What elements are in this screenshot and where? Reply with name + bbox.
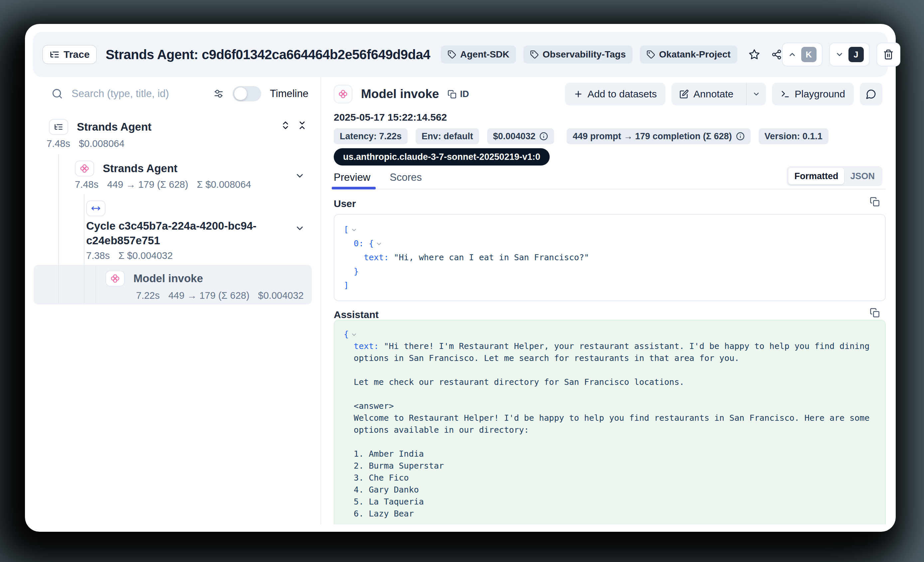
json-bracket: ] bbox=[344, 281, 349, 290]
node-cost: $0.004032 bbox=[258, 290, 304, 301]
node-duration: 7.22s bbox=[136, 290, 160, 301]
tree-node-strands-agent[interactable]: Strands Agent bbox=[75, 159, 177, 178]
terminal-icon bbox=[781, 90, 790, 99]
tree-node-cycle[interactable] bbox=[86, 200, 105, 216]
tag-label: Observability-Tags bbox=[543, 49, 626, 60]
indent-guide bbox=[58, 154, 59, 305]
badges-row: Latency: 7.22s Env: default $0.004032 44… bbox=[334, 128, 828, 144]
info-icon bbox=[539, 132, 548, 140]
delete-trace-button[interactable] bbox=[876, 43, 900, 66]
node-cost: Σ $0.004032 bbox=[118, 250, 173, 261]
node-duration: 7.48s bbox=[75, 179, 99, 190]
observation-detail-panel: Model invoke ID Add to datasets Annotate bbox=[322, 77, 888, 525]
copy-user-content-icon[interactable] bbox=[870, 197, 880, 207]
message-bubble-icon bbox=[866, 89, 876, 99]
chevron-down-icon[interactable] bbox=[295, 171, 305, 181]
share-icon[interactable] bbox=[771, 49, 782, 60]
node-tokens: 449 → 179 (Σ 628) bbox=[168, 290, 249, 301]
json-brace: { bbox=[344, 329, 349, 339]
tree-node-label: Strands Agent bbox=[77, 121, 152, 133]
annotate-dropdown-button[interactable] bbox=[746, 83, 766, 105]
tag-okatank-project[interactable]: Okatank-Project bbox=[640, 46, 737, 63]
format-option-formatted[interactable]: Formatted bbox=[788, 168, 844, 184]
tag-observability-tags[interactable]: Observability-Tags bbox=[524, 46, 633, 63]
comments-button[interactable] bbox=[860, 83, 882, 105]
tag-label: Agent-SDK bbox=[460, 49, 509, 60]
app-header: Trace Strands Agent: c9d6f01342ca664464b… bbox=[33, 32, 888, 77]
agent-pinwheel-icon bbox=[80, 163, 90, 173]
expand-all-icon[interactable] bbox=[280, 120, 291, 130]
star-icon[interactable] bbox=[748, 49, 760, 60]
tokens-badge[interactable]: 449 prompt → 179 completion (Σ 628) bbox=[567, 128, 750, 144]
chevron-down-icon bbox=[752, 90, 760, 98]
next-trace-button[interactable]: J bbox=[829, 43, 870, 66]
toggle-knob bbox=[234, 87, 247, 100]
annotate-button[interactable]: Annotate bbox=[672, 83, 741, 105]
playground-button[interactable]: Playground bbox=[772, 83, 854, 105]
json-brace: { bbox=[369, 239, 374, 248]
plus-icon bbox=[574, 90, 583, 99]
collapse-chevron-icon[interactable] bbox=[351, 227, 357, 233]
avatar-k: K bbox=[801, 47, 816, 62]
cost-badge[interactable]: $0.004032 bbox=[487, 128, 554, 144]
id-label: ID bbox=[460, 89, 469, 99]
tag-list: Agent-SDK Observability-Tags Okatank-Pro… bbox=[441, 46, 737, 63]
indent-guide bbox=[96, 265, 96, 305]
json-string-value: "Hi there! I'm Restaurant Helper, your r… bbox=[354, 341, 869, 519]
tab-preview[interactable]: Preview bbox=[334, 172, 370, 184]
timeline-label: Timeline bbox=[270, 88, 309, 100]
generation-pinwheel-icon bbox=[338, 89, 348, 99]
indent-guide bbox=[84, 194, 84, 305]
info-icon bbox=[736, 132, 745, 140]
env-badge: Env: default bbox=[416, 128, 479, 144]
trace-type-badge: Trace bbox=[42, 45, 97, 64]
generation-pinwheel-icon bbox=[110, 274, 120, 284]
add-to-datasets-button[interactable]: Add to datasets bbox=[565, 83, 666, 105]
latency-badge: Latency: 7.22s bbox=[334, 128, 408, 144]
add-to-datasets-label: Add to datasets bbox=[588, 88, 657, 100]
json-bracket: [ bbox=[344, 225, 349, 234]
filter-sliders-icon[interactable] bbox=[213, 88, 224, 99]
assistant-content-card: { text: "Hi there! I'm Restaurant Helper… bbox=[334, 320, 886, 525]
collapse-all-icon[interactable] bbox=[297, 120, 307, 130]
playground-label: Playground bbox=[795, 88, 845, 100]
tree-node-label: Model invoke bbox=[134, 272, 203, 285]
tag-icon bbox=[646, 50, 655, 59]
collapse-chevron-icon[interactable] bbox=[351, 331, 357, 338]
json-key: text: bbox=[354, 341, 379, 351]
copy-assistant-content-icon[interactable] bbox=[870, 308, 880, 318]
observation-title: Model invoke bbox=[361, 87, 439, 101]
node-tokens: 449 → 179 (Σ 628) bbox=[107, 179, 188, 190]
tag-label: Okatank-Project bbox=[659, 49, 730, 60]
annotate-label: Annotate bbox=[693, 88, 734, 100]
collapse-chevron-icon[interactable] bbox=[376, 241, 382, 247]
tab-scores[interactable]: Scores bbox=[390, 172, 422, 184]
timeline-toggle[interactable] bbox=[232, 86, 261, 102]
tag-agent-sdk[interactable]: Agent-SDK bbox=[441, 46, 516, 63]
tree-node-model-invoke[interactable]: Model invoke bbox=[105, 269, 203, 288]
tree-node-root-strands-agent[interactable]: Strands Agent bbox=[49, 118, 152, 136]
node-cost: Σ $0.008064 bbox=[197, 179, 251, 190]
tag-icon bbox=[530, 50, 539, 59]
annotate-split-button: Annotate bbox=[672, 83, 766, 105]
format-option-json[interactable]: JSON bbox=[844, 168, 881, 184]
search-icon bbox=[52, 88, 63, 99]
search-input[interactable]: Search (type, title, id) bbox=[72, 88, 169, 100]
list-tree-icon bbox=[54, 122, 63, 132]
tree-node-label[interactable]: Cycle c3c45b7a-224a-4200-bc94- c24eb857e… bbox=[86, 219, 256, 248]
copy-id-button[interactable]: ID bbox=[447, 89, 469, 99]
prev-trace-button[interactable]: K bbox=[782, 43, 822, 66]
trace-title: Strands Agent: c9d6f01342ca664464b2e56f6… bbox=[105, 47, 430, 62]
assistant-section-heading: Assistant bbox=[334, 309, 379, 320]
chevron-up-icon bbox=[788, 50, 796, 59]
node-duration: 7.38s bbox=[86, 250, 110, 261]
user-content-card: [ 0: { text: "Hi, where can I eat in San… bbox=[334, 214, 886, 301]
tag-icon bbox=[447, 50, 456, 59]
tree-node-label: Strands Agent bbox=[103, 162, 177, 175]
tabs: Preview Scores bbox=[334, 172, 422, 184]
chevron-down-icon[interactable] bbox=[295, 223, 305, 233]
model-name-badge[interactable]: us.anthropic.claude-3-7-sonnet-20250219-… bbox=[334, 148, 550, 166]
json-key: 0: bbox=[354, 239, 364, 248]
pen-square-icon bbox=[680, 90, 689, 99]
trace-tree-sidebar: Search (type, title, id) Timeline Strand… bbox=[33, 77, 321, 525]
